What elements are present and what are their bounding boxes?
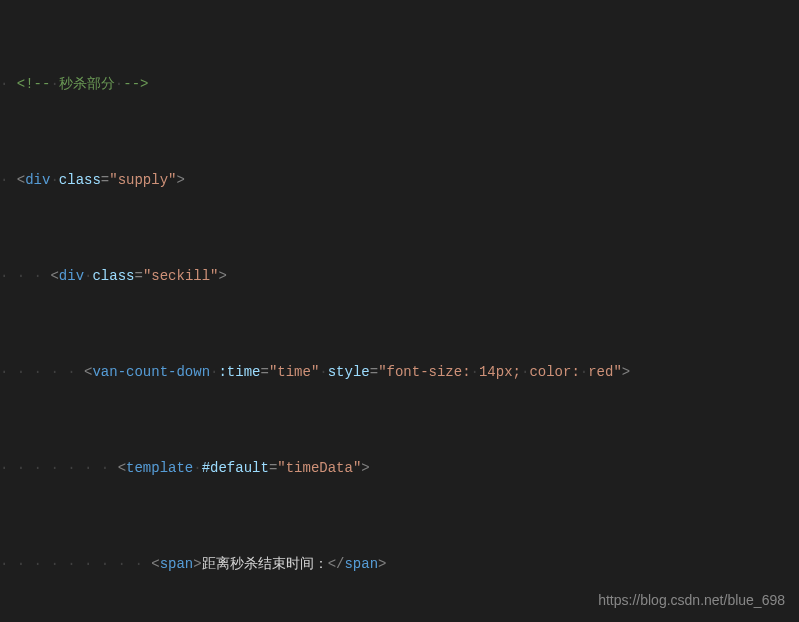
code-line[interactable]: · · · · · <van-count-down·:time="time"·s… [0,360,799,384]
code-line[interactable]: · <!--·秒杀部分·--> [0,72,799,96]
code-line[interactable]: · <div·class="supply"> [0,168,799,192]
code-area[interactable]: · <!--·秒杀部分·--> · <div·class="supply"> ·… [0,0,799,622]
code-editor[interactable]: · <!--·秒杀部分·--> · <div·class="supply"> ·… [0,0,799,622]
code-line[interactable]: · · · · · · · <template·#default="timeDa… [0,456,799,480]
code-line[interactable]: · · · · · · · · · <span>距离秒杀结束时间：</span> [0,552,799,576]
watermark-text: https://blog.csdn.net/blue_698 [598,588,785,612]
code-line[interactable]: · · · <div·class="seckill"> [0,264,799,288]
